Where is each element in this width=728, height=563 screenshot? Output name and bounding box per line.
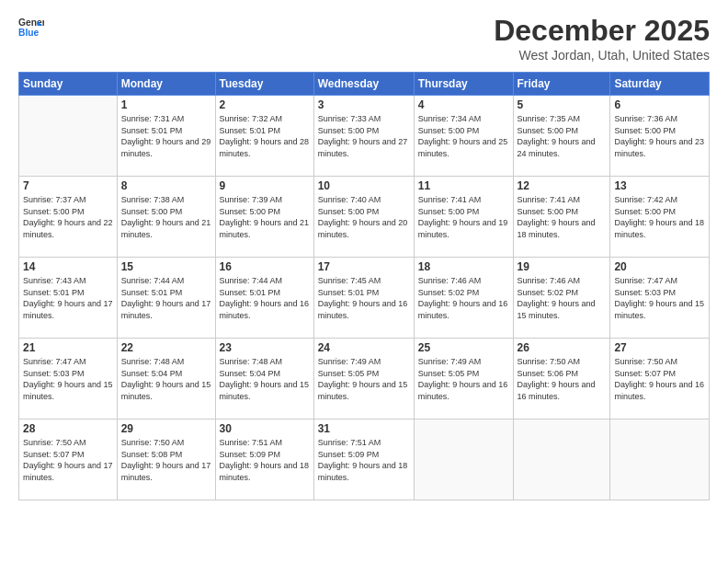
month-title: December 2025 xyxy=(494,14,710,48)
day-number: 11 xyxy=(418,179,509,192)
day-number: 8 xyxy=(121,179,211,192)
calendar-cell: 18Sunrise: 7:46 AMSunset: 5:02 PMDayligh… xyxy=(414,258,513,339)
location: West Jordan, Utah, United States xyxy=(494,48,710,63)
calendar-cell xyxy=(414,419,513,500)
calendar-cell: 17Sunrise: 7:45 AMSunset: 5:01 PMDayligh… xyxy=(313,258,414,339)
calendar-cell xyxy=(610,419,710,500)
day-number: 21 xyxy=(23,341,113,354)
day-number: 2 xyxy=(220,98,310,111)
day-number: 17 xyxy=(318,260,410,273)
calendar-cell: 23Sunrise: 7:48 AMSunset: 5:04 PMDayligh… xyxy=(215,339,313,419)
col-saturday: Saturday xyxy=(610,73,710,96)
day-info: Sunrise: 7:49 AMSunset: 5:05 PMDaylight:… xyxy=(318,356,410,402)
calendar-cell: 25Sunrise: 7:49 AMSunset: 5:05 PMDayligh… xyxy=(414,339,513,419)
day-info: Sunrise: 7:50 AMSunset: 5:06 PMDaylight:… xyxy=(518,356,607,402)
day-info: Sunrise: 7:44 AMSunset: 5:01 PMDaylight:… xyxy=(121,275,211,321)
calendar-cell: 30Sunrise: 7:51 AMSunset: 5:09 PMDayligh… xyxy=(215,419,313,500)
header: General Blue December 2025 West Jordan, … xyxy=(18,14,710,63)
day-info: Sunrise: 7:49 AMSunset: 5:05 PMDaylight:… xyxy=(418,356,509,402)
col-sunday: Sunday xyxy=(19,73,118,96)
calendar-cell: 21Sunrise: 7:47 AMSunset: 5:03 PMDayligh… xyxy=(19,339,118,419)
calendar-cell: 22Sunrise: 7:48 AMSunset: 5:04 PMDayligh… xyxy=(117,339,215,419)
calendar-cell: 29Sunrise: 7:50 AMSunset: 5:08 PMDayligh… xyxy=(117,419,215,500)
day-info: Sunrise: 7:42 AMSunset: 5:00 PMDaylight:… xyxy=(614,194,705,240)
calendar-cell: 3Sunrise: 7:33 AMSunset: 5:00 PMDaylight… xyxy=(313,96,414,177)
day-info: Sunrise: 7:48 AMSunset: 5:04 PMDaylight:… xyxy=(220,356,310,402)
calendar-cell: 7Sunrise: 7:37 AMSunset: 5:00 PMDaylight… xyxy=(19,177,118,258)
calendar-cell: 11Sunrise: 7:41 AMSunset: 5:00 PMDayligh… xyxy=(414,177,513,258)
day-info: Sunrise: 7:34 AMSunset: 5:00 PMDaylight:… xyxy=(418,113,509,159)
day-info: Sunrise: 7:33 AMSunset: 5:00 PMDaylight:… xyxy=(318,113,410,159)
day-number: 29 xyxy=(121,422,211,435)
calendar-week-4: 21Sunrise: 7:47 AMSunset: 5:03 PMDayligh… xyxy=(19,339,710,419)
calendar-week-3: 14Sunrise: 7:43 AMSunset: 5:01 PMDayligh… xyxy=(19,258,710,339)
calendar-cell: 19Sunrise: 7:46 AMSunset: 5:02 PMDayligh… xyxy=(513,258,610,339)
calendar-cell xyxy=(19,96,118,177)
calendar-cell: 12Sunrise: 7:41 AMSunset: 5:00 PMDayligh… xyxy=(513,177,610,258)
day-info: Sunrise: 7:50 AMSunset: 5:07 PMDaylight:… xyxy=(614,356,705,402)
calendar-cell: 26Sunrise: 7:50 AMSunset: 5:06 PMDayligh… xyxy=(513,339,610,419)
day-number: 15 xyxy=(121,260,211,273)
day-info: Sunrise: 7:50 AMSunset: 5:07 PMDaylight:… xyxy=(23,437,113,483)
day-number: 4 xyxy=(418,98,509,111)
day-number: 5 xyxy=(518,98,607,111)
day-info: Sunrise: 7:48 AMSunset: 5:04 PMDaylight:… xyxy=(121,356,211,402)
calendar-cell: 1Sunrise: 7:31 AMSunset: 5:01 PMDaylight… xyxy=(117,96,215,177)
day-info: Sunrise: 7:41 AMSunset: 5:00 PMDaylight:… xyxy=(518,194,607,240)
day-info: Sunrise: 7:32 AMSunset: 5:01 PMDaylight:… xyxy=(220,113,310,159)
calendar-cell: 31Sunrise: 7:51 AMSunset: 5:09 PMDayligh… xyxy=(313,419,414,500)
day-number: 3 xyxy=(318,98,410,111)
day-info: Sunrise: 7:47 AMSunset: 5:03 PMDaylight:… xyxy=(23,356,113,402)
calendar-cell: 8Sunrise: 7:38 AMSunset: 5:00 PMDaylight… xyxy=(117,177,215,258)
day-info: Sunrise: 7:50 AMSunset: 5:08 PMDaylight:… xyxy=(121,437,211,483)
day-info: Sunrise: 7:38 AMSunset: 5:00 PMDaylight:… xyxy=(121,194,211,240)
calendar-page: General Blue December 2025 West Jordan, … xyxy=(0,0,728,563)
day-info: Sunrise: 7:45 AMSunset: 5:01 PMDaylight:… xyxy=(318,275,410,321)
day-number: 22 xyxy=(121,341,211,354)
day-number: 30 xyxy=(220,422,310,435)
calendar-week-5: 28Sunrise: 7:50 AMSunset: 5:07 PMDayligh… xyxy=(19,419,710,500)
calendar-week-2: 7Sunrise: 7:37 AMSunset: 5:00 PMDaylight… xyxy=(19,177,710,258)
day-number: 9 xyxy=(220,179,310,192)
col-wednesday: Wednesday xyxy=(313,73,414,96)
svg-text:Blue: Blue xyxy=(18,28,40,38)
day-info: Sunrise: 7:46 AMSunset: 5:02 PMDaylight:… xyxy=(518,275,607,321)
calendar-cell: 2Sunrise: 7:32 AMSunset: 5:01 PMDaylight… xyxy=(215,96,313,177)
day-info: Sunrise: 7:51 AMSunset: 5:09 PMDaylight:… xyxy=(318,437,410,483)
day-number: 20 xyxy=(614,260,705,273)
day-number: 27 xyxy=(614,341,705,354)
day-info: Sunrise: 7:31 AMSunset: 5:01 PMDaylight:… xyxy=(121,113,211,159)
day-info: Sunrise: 7:41 AMSunset: 5:00 PMDaylight:… xyxy=(418,194,509,240)
day-info: Sunrise: 7:46 AMSunset: 5:02 PMDaylight:… xyxy=(418,275,509,321)
day-info: Sunrise: 7:39 AMSunset: 5:00 PMDaylight:… xyxy=(220,194,310,240)
logo: General Blue xyxy=(18,14,44,40)
day-number: 12 xyxy=(518,179,607,192)
day-info: Sunrise: 7:37 AMSunset: 5:00 PMDaylight:… xyxy=(23,194,113,240)
day-number: 25 xyxy=(418,341,509,354)
day-number: 6 xyxy=(614,98,705,111)
day-number: 16 xyxy=(220,260,310,273)
calendar-table: Sunday Monday Tuesday Wednesday Thursday… xyxy=(18,72,710,500)
day-info: Sunrise: 7:43 AMSunset: 5:01 PMDaylight:… xyxy=(23,275,113,321)
title-block: December 2025 West Jordan, Utah, United … xyxy=(494,14,710,63)
day-number: 19 xyxy=(518,260,607,273)
day-number: 10 xyxy=(318,179,410,192)
calendar-cell: 10Sunrise: 7:40 AMSunset: 5:00 PMDayligh… xyxy=(313,177,414,258)
calendar-cell: 4Sunrise: 7:34 AMSunset: 5:00 PMDaylight… xyxy=(414,96,513,177)
calendar-cell: 15Sunrise: 7:44 AMSunset: 5:01 PMDayligh… xyxy=(117,258,215,339)
col-tuesday: Tuesday xyxy=(215,73,313,96)
day-number: 1 xyxy=(121,98,211,111)
calendar-cell: 14Sunrise: 7:43 AMSunset: 5:01 PMDayligh… xyxy=(19,258,118,339)
day-number: 23 xyxy=(220,341,310,354)
day-info: Sunrise: 7:36 AMSunset: 5:00 PMDaylight:… xyxy=(614,113,705,159)
logo-icon: General Blue xyxy=(18,14,44,40)
calendar-cell: 5Sunrise: 7:35 AMSunset: 5:00 PMDaylight… xyxy=(513,96,610,177)
col-friday: Friday xyxy=(513,73,610,96)
day-number: 26 xyxy=(518,341,607,354)
calendar-cell: 16Sunrise: 7:44 AMSunset: 5:01 PMDayligh… xyxy=(215,258,313,339)
calendar-cell: 20Sunrise: 7:47 AMSunset: 5:03 PMDayligh… xyxy=(610,258,710,339)
day-info: Sunrise: 7:44 AMSunset: 5:01 PMDaylight:… xyxy=(220,275,310,321)
day-number: 7 xyxy=(23,179,113,192)
calendar-cell: 6Sunrise: 7:36 AMSunset: 5:00 PMDaylight… xyxy=(610,96,710,177)
calendar-cell: 24Sunrise: 7:49 AMSunset: 5:05 PMDayligh… xyxy=(313,339,414,419)
